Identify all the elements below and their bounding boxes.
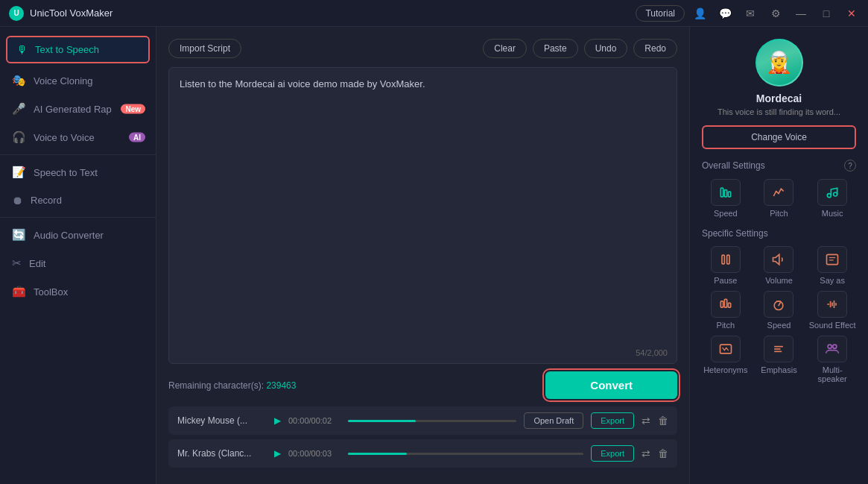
maximize-button[interactable]: □ [816, 3, 837, 24]
delete-icon-1[interactable]: 🗑 [658, 415, 668, 427]
paste-button[interactable]: Paste [533, 39, 578, 58]
export-button-2[interactable]: Export [591, 445, 634, 462]
overall-settings-grid: Speed Pitch [702, 179, 856, 218]
change-voice-button[interactable]: Change Voice [702, 125, 856, 149]
specific-pitch-label: Pitch [717, 321, 735, 330]
overall-pitch-label: Pitch [770, 209, 788, 218]
redo-button[interactable]: Redo [633, 39, 677, 58]
specific-settings-section: Specific Settings [702, 228, 856, 239]
overall-settings-section: Overall Settings ? [702, 160, 856, 172]
app-title: UnicTool VoxMaker [30, 7, 113, 19]
play-button-1[interactable]: ▶ [274, 415, 281, 426]
export-button-1[interactable]: Export [591, 412, 634, 429]
shuffle-icon-1[interactable]: ⇄ [642, 415, 650, 427]
minimize-button[interactable]: — [791, 3, 811, 24]
specific-speed-item[interactable]: Speed [755, 291, 803, 330]
mail-icon[interactable]: ✉ [740, 3, 761, 24]
specific-heteronyms-icon-box [711, 336, 741, 362]
import-script-button[interactable]: Import Script [168, 39, 241, 58]
specific-pitch-icon-box [711, 291, 741, 318]
specific-sayas-icon-box [817, 246, 847, 273]
svg-rect-2 [728, 192, 730, 197]
audio-progress-1 [348, 420, 516, 422]
main-layout: 🎙 Text to Speech 🎭 Voice Cloning 🎤 AI Ge… [0, 27, 868, 484]
specific-emphasis-icon-box [764, 336, 793, 362]
script-textarea[interactable]: Listen to the Mordecai ai voice demo mad… [169, 68, 677, 341]
overall-speed-item[interactable]: Speed [702, 179, 750, 218]
specific-volume-icon-box [764, 246, 793, 273]
undo-button[interactable]: Undo [584, 39, 628, 58]
avatar-face: 🧝 [766, 52, 792, 73]
sidebar-item-ai-generated-rap[interactable]: 🎤 AI Generated Rap New [0, 95, 156, 123]
titlebar: U UnicTool VoxMaker Tutorial 👤 💬 ✉ ⚙ — □… [0, 0, 868, 27]
user-icon[interactable]: 👤 [689, 3, 710, 24]
specific-emphasis-label: Emphasis [761, 365, 796, 374]
delete-icon-2[interactable]: 🗑 [658, 447, 668, 459]
sidebar-item-label: Voice to Voice [34, 132, 95, 143]
sidebar-item-toolbox[interactable]: 🧰 ToolBox [0, 277, 156, 306]
sidebar-item-speech-to-text[interactable]: 📝 Speech to Text [0, 158, 156, 186]
settings-icon[interactable]: ⚙ [765, 3, 786, 24]
specific-sfx-item[interactable]: Sound Effect [808, 291, 856, 330]
clear-button[interactable]: Clear [483, 39, 527, 58]
overall-help-icon[interactable]: ? [844, 160, 856, 172]
sidebar-item-voice-cloning[interactable]: 🎭 Voice Cloning [0, 66, 156, 95]
convert-button[interactable]: Convert [545, 371, 677, 399]
audio-progress-2 [348, 453, 583, 455]
shuffle-icon-2[interactable]: ⇄ [642, 447, 650, 459]
specific-multispeaker-item[interactable]: Multi-speaker [808, 336, 856, 383]
main-content: Import Script Clear Paste Undo Redo List… [156, 27, 689, 484]
specific-settings-label: Specific Settings [702, 228, 768, 239]
svg-rect-12 [724, 299, 726, 307]
tutorial-button[interactable]: Tutorial [636, 5, 685, 22]
specific-volume-label: Volume [765, 276, 793, 285]
specific-pause-item[interactable]: Pause [702, 246, 750, 285]
remaining-link[interactable]: 239463 [266, 380, 296, 391]
specific-multispeaker-label: Multi-speaker [808, 365, 856, 383]
titlebar-left: U UnicTool VoxMaker [9, 6, 113, 21]
discord-icon[interactable]: 💬 [715, 3, 735, 24]
play-button-2[interactable]: ▶ [274, 448, 281, 459]
sidebar-divider-2 [0, 217, 156, 218]
svg-point-24 [828, 345, 831, 348]
specific-pitch-item[interactable]: Pitch [702, 291, 750, 330]
specific-sfx-icon-box [817, 291, 847, 318]
svg-rect-11 [720, 301, 723, 307]
svg-rect-13 [728, 303, 730, 307]
specific-emphasis-item[interactable]: Emphasis [755, 336, 803, 383]
audio-progress-fill-2 [348, 453, 407, 455]
audio-time-1: 00:00/00:02 [288, 416, 340, 425]
overall-music-item[interactable]: Music [808, 179, 856, 218]
record-icon: ⏺ [12, 194, 23, 207]
sidebar-item-label: Audio Converter [34, 230, 104, 241]
sidebar: 🎙 Text to Speech 🎭 Voice Cloning 🎤 AI Ge… [0, 27, 156, 484]
voice-subtitle: This voice is still finding its word... [702, 107, 856, 116]
remaining-text: Remaining character(s): 239463 [168, 380, 296, 391]
sidebar-item-edit[interactable]: ✂ Edit [0, 249, 156, 277]
close-button[interactable]: ✕ [841, 3, 862, 24]
specific-sayas-label: Say as [820, 276, 845, 285]
sidebar-item-audio-converter[interactable]: 🔄 Audio Converter [0, 221, 156, 249]
voice-avatar: 🧝 [755, 39, 803, 87]
overall-settings-label: Overall Settings [702, 160, 765, 171]
overall-speed-label: Speed [714, 209, 738, 218]
specific-heteronyms-item[interactable]: Heteronyms [702, 336, 750, 383]
specific-multispeaker-icon-box [817, 336, 847, 362]
overall-music-icon-box [817, 179, 847, 206]
specific-speed-icon-box [764, 291, 793, 318]
specific-sayas-item[interactable]: Say as [808, 246, 856, 285]
specific-volume-item[interactable]: Volume [755, 246, 803, 285]
svg-rect-6 [726, 255, 729, 264]
specific-pause-icon-box [711, 246, 741, 273]
specific-sfx-label: Sound Effect [809, 321, 856, 330]
overall-pitch-item[interactable]: Pitch [755, 179, 803, 218]
overall-pitch-icon-box [764, 179, 793, 206]
specific-settings-grid: Pause Volume [702, 246, 856, 383]
open-draft-button-1[interactable]: Open Draft [524, 412, 583, 429]
svg-rect-5 [722, 255, 724, 264]
sidebar-item-text-to-speech[interactable]: 🎙 Text to Speech [6, 36, 150, 63]
bottom-bar: Remaining character(s): 239463 Convert [168, 371, 677, 399]
sidebar-item-record[interactable]: ⏺ Record [0, 186, 156, 214]
overall-speed-icon-box [711, 179, 741, 206]
sidebar-item-voice-to-voice[interactable]: 🎧 Voice to Voice AI [0, 123, 156, 151]
